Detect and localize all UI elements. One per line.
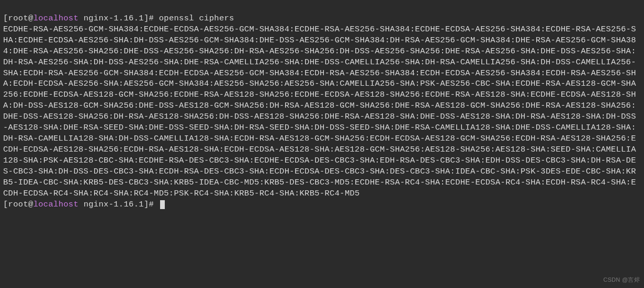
prompt-space — [78, 14, 84, 23]
cipher-output: ECDHE-RSA-AES256-GCM-SHA384:ECDHE-ECDSA-… — [3, 25, 636, 198]
bracket-close: ]# — [144, 14, 154, 23]
prompt-at: @ — [28, 200, 33, 209]
bracket-open: [ — [3, 14, 8, 23]
terminal-output[interactable]: [root@localhost nginx-1.16.1]# openssl c… — [3, 2, 641, 210]
prompt-host: localhost — [33, 200, 78, 209]
prompt-user: root — [8, 200, 28, 209]
cursor-icon — [160, 200, 165, 209]
command-text: openssl ciphers — [154, 14, 234, 23]
prompt-space — [78, 200, 84, 209]
prompt-host: localhost — [33, 14, 78, 23]
prompt-line-2: [root@localhost nginx-1.16.1]# — [3, 200, 165, 209]
prompt-line-1: [root@localhost nginx-1.16.1]# openssl c… — [3, 14, 234, 23]
command-input[interactable] — [154, 200, 159, 209]
prompt-path: nginx-1.16.1 — [84, 14, 144, 23]
prompt-at: @ — [28, 14, 33, 23]
bracket-close: ]# — [144, 200, 154, 209]
prompt-path: nginx-1.16.1 — [84, 200, 144, 209]
bracket-open: [ — [3, 200, 8, 209]
prompt-user: root — [8, 14, 28, 23]
